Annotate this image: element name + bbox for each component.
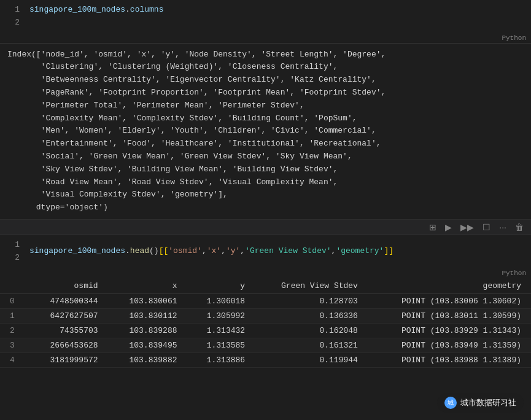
col-osmid: osmid [29, 278, 108, 294]
cell-y: 1.313585 [187, 338, 255, 352]
cell-y: 1.305992 [187, 308, 255, 323]
table-row: 2 74355703 103.839288 1.313432 0.162048 … [0, 323, 531, 338]
cell-osmid: 4748500344 [29, 294, 108, 308]
cell-index: 2 [0, 323, 29, 338]
cell-y: 1.313432 [187, 323, 255, 338]
col-x: x [108, 278, 187, 294]
cell-gvs: 0.119944 [255, 352, 368, 367]
code-cell-1: 1 2 singapore_100m_nodes.columns Python [0, 0, 531, 44]
line-num-2-2: 2 [5, 252, 20, 265]
toolbar-run-btn[interactable]: ▶ [443, 221, 454, 233]
cell-geometry: POINT (103.83988 1.31389) [368, 352, 531, 367]
str-x: 'x' [207, 246, 221, 255]
watermark-icon: 城 [444, 397, 457, 409]
cell-osmid: 6427627507 [29, 308, 108, 323]
cell-index: 3 [0, 338, 29, 352]
col-geometry: geometry [368, 278, 531, 294]
cell-gvs: 0.161321 [255, 338, 368, 352]
var-singapore: singapore_100m_nodes [29, 5, 125, 14]
var-singapore-2: singapore_100m_nodes [29, 246, 125, 255]
table-row: 0 4748500344 103.830061 1.306018 0.12870… [0, 294, 531, 308]
cell-index: 1 [0, 308, 29, 323]
cell-geometry: POINT (103.83929 1.31343) [368, 323, 531, 338]
cell-toolbar: ⊞ ▶ ▶▶ ☐ ··· 🗑 [0, 220, 531, 235]
table-output: osmid x y Green View Stdev geometry 0 47… [0, 278, 531, 370]
table-row: 4 3181999572 103.839882 1.313886 0.11994… [0, 352, 531, 367]
cell-geometry: POINT (103.83949 1.31359) [368, 338, 531, 352]
cell2-input: 1 2 singapore_100m_nodes.head()[['osmid'… [0, 235, 531, 268]
str-gvs: 'Green View Stdev' [245, 246, 331, 255]
table-row: 3 2666453628 103.839495 1.313585 0.16132… [0, 338, 531, 352]
col-y: y [187, 278, 255, 294]
cell-geometry: POINT (103.83006 1.30602) [368, 294, 531, 308]
cell-index: 4 [0, 352, 29, 367]
col-index [0, 278, 29, 294]
cell-x: 103.830112 [108, 308, 187, 323]
toolbar-stop-btn[interactable]: ☐ [480, 221, 493, 233]
cell-y: 1.313886 [187, 352, 255, 367]
toolbar-run-all-btn[interactable]: ▶▶ [458, 221, 476, 233]
method-head: head [130, 246, 149, 255]
line-num-1: 1 [5, 4, 20, 17]
lang-label-1: Python [0, 33, 531, 43]
cell-index: 0 [0, 294, 29, 308]
cell-gvs: 0.128703 [255, 294, 368, 308]
cell-osmid: 74355703 [29, 323, 108, 338]
toolbar-delete-btn[interactable]: 🗑 [513, 221, 526, 233]
cell-osmid: 3181999572 [29, 352, 108, 367]
cell-gvs: 0.162048 [255, 323, 368, 338]
cell-x: 103.830061 [108, 294, 187, 308]
cell-x: 103.839495 [108, 338, 187, 352]
str-y: 'y' [226, 246, 240, 255]
line-numbers-2: 1 2 [0, 239, 25, 265]
str-geom: 'geometry' [336, 246, 384, 255]
cell-osmid: 2666453628 [29, 338, 108, 352]
line-numbers-1: 1 2 [0, 4, 25, 29]
table-row: 1 6427627507 103.830112 1.305992 0.13633… [0, 308, 531, 323]
output-cell-1: Index(['node_id', 'osmid', 'x', 'y', 'No… [0, 44, 531, 220]
str-osmid: 'osmid' [168, 246, 202, 255]
attr-columns: columns [130, 5, 164, 14]
code-cell-2: 1 2 singapore_100m_nodes.head()[['osmid'… [0, 235, 531, 278]
cell-x: 103.839288 [108, 323, 187, 338]
line-num-2: 2 [5, 17, 20, 29]
cell2-code-content[interactable]: singapore_100m_nodes.head()[['osmid','x'… [25, 245, 531, 258]
notebook-container: 1 2 singapore_100m_nodes.columns Python … [0, 0, 531, 420]
line-num-2-1: 1 [5, 239, 20, 252]
cell1-input: 1 2 singapore_100m_nodes.columns [0, 0, 531, 33]
toolbar-more-btn[interactable]: ··· [497, 221, 509, 233]
toolbar-grid-btn[interactable]: ⊞ [427, 221, 439, 233]
output-text-1: Index(['node_id', 'osmid', 'x', 'y', 'No… [0, 46, 531, 217]
watermark-label: 城市数据研习社 [460, 397, 516, 408]
cell1-code-content[interactable]: singapore_100m_nodes.columns [25, 4, 531, 17]
watermark: 城 城市数据研习社 [437, 393, 524, 413]
table-body: 0 4748500344 103.830061 1.306018 0.12870… [0, 294, 531, 367]
col-gvs: Green View Stdev [255, 278, 368, 294]
cell-x: 103.839882 [108, 352, 187, 367]
cell-gvs: 0.136336 [255, 308, 368, 323]
cell-geometry: POINT (103.83011 1.30599) [368, 308, 531, 323]
table-header-row: osmid x y Green View Stdev geometry [0, 278, 531, 294]
data-table: osmid x y Green View Stdev geometry 0 47… [0, 278, 531, 368]
lang-label-2: Python [0, 268, 531, 278]
cell-y: 1.306018 [187, 294, 255, 308]
